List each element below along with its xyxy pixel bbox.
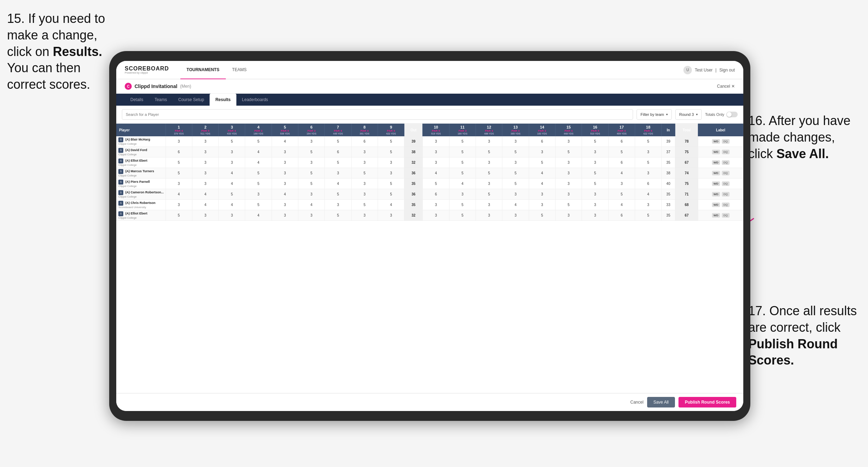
hole-3-score[interactable]: 4 (219, 200, 245, 210)
dq-button[interactable]: DQ (722, 181, 730, 186)
hole-15-score[interactable]: 3 (555, 136, 582, 147)
hole-2-score[interactable]: 4 (192, 189, 218, 200)
hole-18-score[interactable]: 4 (635, 189, 661, 200)
hole-1-score[interactable]: 5 (166, 210, 192, 221)
hole-1-score[interactable]: 5 (166, 168, 192, 179)
wd-button[interactable]: WD (712, 181, 720, 186)
hole-11-score[interactable]: 5 (449, 147, 476, 157)
hole-9-score[interactable]: 3 (378, 168, 404, 179)
hole-4-score[interactable]: 5 (245, 200, 272, 210)
hole-14-score[interactable]: 4 (529, 179, 555, 189)
hole-7-score[interactable]: 5 (325, 189, 351, 200)
hole-7-score[interactable]: 4 (325, 179, 351, 189)
tab-teams[interactable]: Teams (149, 94, 173, 106)
hole-10-score[interactable]: 4 (423, 168, 449, 179)
hole-9-score[interactable]: 3 (378, 157, 404, 168)
hole-18-score[interactable]: 6 (635, 179, 661, 189)
wd-button[interactable]: WD (712, 150, 720, 154)
hole-13-score[interactable]: 3 (502, 189, 529, 200)
hole-3-score[interactable]: 5 (219, 189, 245, 200)
hole-14-score[interactable]: 3 (529, 200, 555, 210)
tab-leaderboards[interactable]: Leaderboards (236, 94, 274, 106)
nav-item-tournaments[interactable]: TOURNAMENTS (180, 61, 226, 79)
hole-6-score[interactable]: 3 (298, 157, 324, 168)
hole-14-score[interactable]: 6 (529, 136, 555, 147)
hole-10-score[interactable]: 3 (423, 157, 449, 168)
hole-18-score[interactable]: 3 (635, 168, 661, 179)
hole-18-score[interactable]: 5 (635, 136, 661, 147)
hole-9-score[interactable]: 3 (378, 210, 404, 221)
hole-2-score[interactable]: 3 (192, 168, 218, 179)
hole-7-score[interactable]: 5 (325, 157, 351, 168)
hole-10-score[interactable]: 6 (423, 189, 449, 200)
hole-1-score[interactable]: 3 (166, 179, 192, 189)
hole-9-score[interactable]: 5 (378, 189, 404, 200)
wd-button[interactable]: WD (712, 139, 720, 144)
hole-1-score[interactable]: 6 (166, 147, 192, 157)
hole-10-score[interactable]: 3 (423, 136, 449, 147)
hole-12-score[interactable]: 5 (476, 168, 502, 179)
hole-1-score[interactable]: 4 (166, 189, 192, 200)
hole-7-score[interactable]: 5 (325, 136, 351, 147)
save-all-button[interactable]: Save All (647, 397, 675, 407)
hole-17-score[interactable]: 6 (608, 136, 635, 147)
hole-11-score[interactable]: 5 (449, 210, 476, 221)
hole-9-score[interactable]: 5 (378, 136, 404, 147)
hole-4-score[interactable]: 5 (245, 168, 272, 179)
hole-6-score[interactable]: 3 (298, 210, 324, 221)
hole-6-score[interactable]: 5 (298, 179, 324, 189)
publish-round-scores-button[interactable]: Publish Round Scores (678, 397, 736, 407)
hole-6-score[interactable]: 5 (298, 147, 324, 157)
cancel-button[interactable]: Cancel (630, 400, 643, 405)
hole-12-score[interactable]: 5 (476, 147, 502, 157)
hole-13-score[interactable]: 5 (502, 147, 529, 157)
wd-button[interactable]: WD (712, 213, 720, 218)
hole-10-score[interactable]: 3 (423, 147, 449, 157)
dq-button[interactable]: DQ (722, 150, 730, 154)
hole-8-score[interactable]: 3 (351, 179, 378, 189)
hole-12-score[interactable]: 3 (476, 179, 502, 189)
hole-15-score[interactable]: 5 (555, 200, 582, 210)
search-input[interactable] (122, 109, 633, 120)
hole-12-score[interactable]: 3 (476, 157, 502, 168)
hole-13-score[interactable]: 5 (502, 168, 529, 179)
hole-16-score[interactable]: 3 (582, 189, 608, 200)
hole-1-score[interactable]: 3 (166, 200, 192, 210)
hole-8-score[interactable]: 6 (351, 136, 378, 147)
hole-17-score[interactable]: 5 (608, 189, 635, 200)
hole-4-score[interactable]: 4 (245, 210, 272, 221)
hole-13-score[interactable]: 4 (502, 200, 529, 210)
hole-15-score[interactable]: 3 (555, 189, 582, 200)
hole-12-score[interactable]: 3 (476, 210, 502, 221)
cancel-tournament-btn[interactable]: Cancel ✕ (717, 84, 735, 89)
signout-link[interactable]: Sign out (719, 68, 735, 73)
hole-14-score[interactable]: 3 (529, 147, 555, 157)
hole-13-score[interactable]: 3 (502, 136, 529, 147)
hole-8-score[interactable]: 3 (351, 157, 378, 168)
hole-16-score[interactable]: 3 (582, 157, 608, 168)
hole-7-score[interactable]: 6 (325, 147, 351, 157)
hole-14-score[interactable]: 3 (529, 189, 555, 200)
hole-6-score[interactable]: 3 (298, 136, 324, 147)
hole-2-score[interactable]: 3 (192, 157, 218, 168)
hole-8-score[interactable]: 3 (351, 210, 378, 221)
hole-5-score[interactable]: 3 (272, 200, 298, 210)
hole-5-score[interactable]: 3 (272, 210, 298, 221)
hole-4-score[interactable]: 4 (245, 147, 272, 157)
hole-8-score[interactable]: 5 (351, 200, 378, 210)
hole-4-score[interactable]: 4 (245, 157, 272, 168)
dq-button[interactable]: DQ (722, 139, 730, 144)
hole-13-score[interactable]: 3 (502, 210, 529, 221)
hole-11-score[interactable]: 5 (449, 168, 476, 179)
hole-15-score[interactable]: 3 (555, 210, 582, 221)
hole-8-score[interactable]: 5 (351, 168, 378, 179)
hole-15-score[interactable]: 3 (555, 168, 582, 179)
hole-5-score[interactable]: 3 (272, 147, 298, 157)
hole-11-score[interactable]: 5 (449, 136, 476, 147)
hole-17-score[interactable]: 3 (608, 179, 635, 189)
hole-11-score[interactable]: 5 (449, 200, 476, 210)
hole-2-score[interactable]: 3 (192, 179, 218, 189)
hole-7-score[interactable]: 3 (325, 200, 351, 210)
wd-button[interactable]: WD (712, 160, 720, 165)
hole-10-score[interactable]: 3 (423, 200, 449, 210)
